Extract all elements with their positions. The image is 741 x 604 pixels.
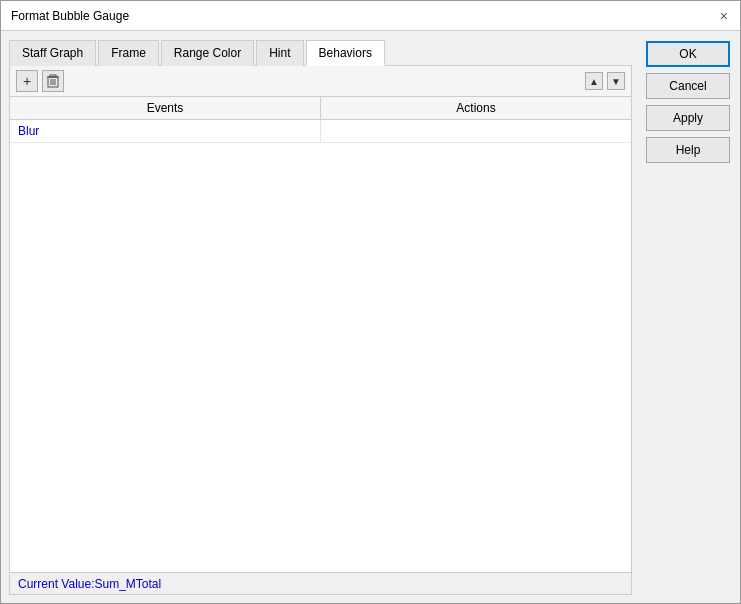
apply-button[interactable]: Apply — [646, 105, 730, 131]
close-button[interactable]: × — [718, 9, 730, 23]
add-button[interactable]: + — [16, 70, 38, 92]
content-area: Staff Graph Frame Range Color Hint Behav… — [1, 31, 740, 603]
tab-staff-graph[interactable]: Staff Graph — [9, 40, 96, 66]
status-bar: Current Value:Sum_MTotal — [10, 572, 631, 594]
main-panel: Staff Graph Frame Range Color Hint Behav… — [1, 31, 640, 603]
tab-behaviors[interactable]: Behaviors — [306, 40, 385, 66]
move-down-button[interactable]: ▼ — [607, 72, 625, 90]
toolbar-right: ▲ ▼ — [585, 72, 625, 90]
events-column-header: Events — [10, 97, 321, 120]
move-up-button[interactable]: ▲ — [585, 72, 603, 90]
dialog-title: Format Bubble Gauge — [11, 9, 129, 23]
actions-column-header: Actions — [321, 97, 632, 120]
tab-range-color[interactable]: Range Color — [161, 40, 254, 66]
tab-frame[interactable]: Frame — [98, 40, 159, 66]
help-button[interactable]: Help — [646, 137, 730, 163]
side-buttons-panel: OK Cancel Apply Help — [640, 31, 740, 603]
title-bar: Format Bubble Gauge × — [1, 1, 740, 31]
ok-button[interactable]: OK — [646, 41, 730, 67]
tab-hint[interactable]: Hint — [256, 40, 303, 66]
behaviors-toolbar: + ▲ — [10, 66, 631, 97]
action-cell — [321, 120, 632, 143]
event-cell: Blur — [10, 120, 321, 143]
tab-content-behaviors: + ▲ — [9, 66, 632, 595]
cancel-button[interactable]: Cancel — [646, 73, 730, 99]
events-actions-table: Events Actions Blur — [10, 97, 631, 143]
delete-button[interactable] — [42, 70, 64, 92]
table-row[interactable]: Blur — [10, 120, 631, 143]
svg-rect-2 — [50, 75, 56, 77]
toolbar-left: + — [16, 70, 64, 92]
status-text: Current Value:Sum_MTotal — [18, 577, 161, 591]
events-actions-table-container: Events Actions Blur — [10, 97, 631, 572]
format-bubble-gauge-dialog: Format Bubble Gauge × Staff Graph Frame … — [0, 0, 741, 604]
tab-bar: Staff Graph Frame Range Color Hint Behav… — [9, 39, 632, 66]
trash-icon — [47, 74, 59, 88]
